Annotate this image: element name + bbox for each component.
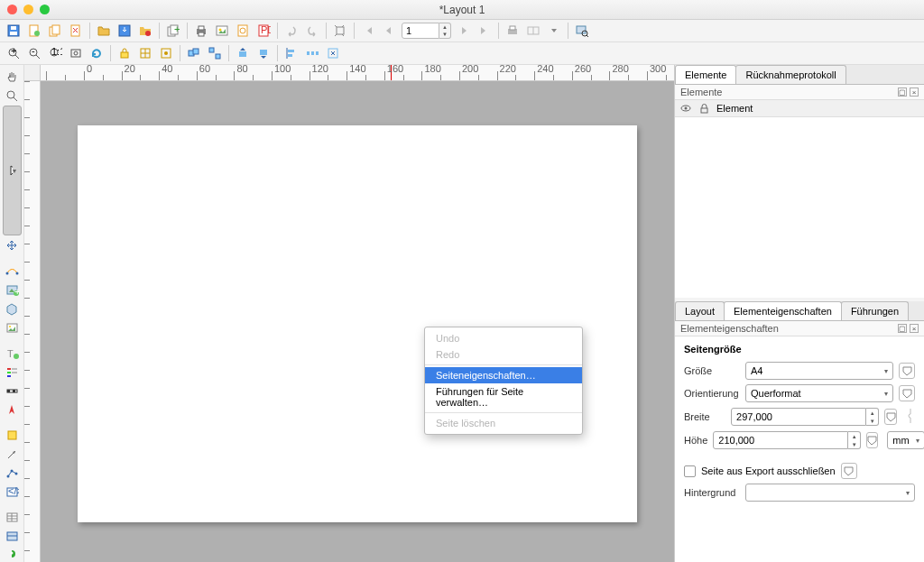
print2-icon[interactable]: [503, 22, 522, 41]
svg-point-11: [145, 31, 151, 36]
svg-rect-24: [337, 27, 344, 34]
svg-point-71: [14, 354, 19, 359]
zoom-out-icon[interactable]: -: [24, 44, 44, 63]
svg-rect-80: [8, 431, 16, 439]
edit-nodes-icon[interactable]: [3, 262, 22, 280]
export-image-icon[interactable]: [212, 22, 232, 41]
magnify-tool-icon[interactable]: [572, 22, 592, 41]
delete-icon[interactable]: [66, 22, 86, 41]
tab-guides[interactable]: Führungen: [841, 301, 909, 320]
add-page-icon[interactable]: +: [163, 22, 183, 41]
duplicate-icon[interactable]: [45, 22, 65, 41]
lock-ratio-icon[interactable]: [906, 407, 915, 427]
add-3d-map-icon[interactable]: [3, 299, 22, 318]
add-image-icon[interactable]: [3, 318, 22, 336]
width-dd-icon[interactable]: [884, 409, 897, 425]
add-table-icon[interactable]: [3, 508, 22, 526]
svg-rect-1: [10, 32, 17, 35]
window-title: *Layout 1: [439, 4, 485, 16]
zoom-fit-icon[interactable]: [66, 44, 86, 63]
size-dd-icon[interactable]: [899, 363, 915, 379]
zoom-in-icon[interactable]: +: [4, 44, 23, 63]
move-content-icon[interactable]: [3, 236, 22, 254]
page-number-spin[interactable]: ▲▼: [402, 23, 451, 39]
canvas[interactable]: [41, 81, 674, 562]
tab-undo-log[interactable]: Rücknahmeprotokoll: [735, 65, 845, 84]
undock-icon[interactable]: ▢: [898, 88, 907, 97]
select-tool-icon[interactable]: [3, 106, 22, 235]
close-window[interactable]: [7, 5, 17, 14]
open-folder-icon[interactable]: [94, 22, 114, 41]
save-as-icon[interactable]: [115, 22, 134, 41]
align-left-icon[interactable]: [282, 44, 301, 63]
exclude-checkbox[interactable]: [684, 465, 696, 477]
svg-text:1:1: 1:1: [51, 46, 62, 57]
menu-manage-guides[interactable]: Führungen für Seite verwalten…: [425, 383, 582, 410]
ungroup-icon[interactable]: [205, 44, 225, 63]
undock-icon[interactable]: ▢: [898, 324, 907, 333]
distribute-icon[interactable]: [302, 44, 322, 63]
close-panel-icon[interactable]: ×: [910, 88, 919, 97]
height-dd-icon[interactable]: [866, 432, 878, 448]
svg-rect-74: [7, 375, 11, 377]
show-grid-icon[interactable]: [135, 44, 155, 63]
close-panel-icon[interactable]: ×: [910, 324, 919, 333]
refresh-icon[interactable]: [87, 44, 106, 63]
maximize-window[interactable]: [40, 5, 50, 14]
width-input[interactable]: ▲▼: [731, 408, 879, 426]
zoom-extent-icon[interactable]: [330, 22, 350, 41]
add-map-icon[interactable]: +: [3, 281, 22, 299]
tab-item-props[interactable]: Elementeigenschaften: [724, 301, 842, 320]
minimize-window[interactable]: [23, 5, 33, 14]
pan-tool-icon[interactable]: [3, 68, 22, 86]
svg-rect-55: [288, 50, 294, 52]
atlas-dropdown-icon[interactable]: [544, 22, 564, 41]
add-node-item-icon[interactable]: [3, 464, 22, 482]
first-page-icon[interactable]: [358, 22, 378, 41]
tab-elements[interactable]: Elemente: [675, 65, 736, 84]
new-layout-icon[interactable]: [24, 22, 44, 41]
elements-tree[interactable]: [675, 117, 924, 298]
last-page-icon[interactable]: [475, 22, 494, 41]
item-props-body: Seitengröße Größe A4 Orientierung Querfo…: [675, 336, 924, 562]
edit-item-icon[interactable]: [156, 44, 176, 63]
add-label-icon[interactable]: T: [3, 344, 22, 362]
add-scalebar-icon[interactable]: [3, 382, 22, 400]
export-pdf-icon[interactable]: PDF: [254, 22, 273, 41]
exclude-dd-icon[interactable]: [841, 463, 857, 479]
print-icon[interactable]: [191, 22, 211, 41]
svg-rect-29: [577, 26, 586, 33]
unit-select[interactable]: mm: [887, 431, 924, 449]
tab-layout[interactable]: Layout: [675, 301, 725, 320]
orient-select[interactable]: Querformat: [745, 384, 893, 402]
svg-rect-79: [13, 390, 15, 392]
undo-icon[interactable]: [282, 22, 301, 41]
zoom-tool-icon[interactable]: [3, 87, 22, 105]
menu-page-properties[interactable]: Seiteneigenschaften…: [425, 367, 582, 383]
bg-select[interactable]: [745, 484, 915, 502]
add-html-icon[interactable]: </>: [3, 483, 22, 501]
group-icon[interactable]: [184, 44, 204, 63]
add-marker-icon[interactable]: [3, 546, 22, 562]
page[interactable]: [78, 125, 637, 522]
export-svg-icon[interactable]: [233, 22, 253, 41]
lower-icon[interactable]: [254, 44, 273, 63]
height-input[interactable]: ▲▼: [713, 431, 861, 449]
zoom-actual-icon[interactable]: 1:1: [45, 44, 65, 63]
lock-layers-icon[interactable]: [115, 44, 134, 63]
add-shape-icon[interactable]: [3, 426, 22, 444]
add-legend-icon[interactable]: [3, 363, 22, 381]
atlas-icon[interactable]: [523, 22, 543, 41]
size-select[interactable]: A4: [745, 362, 893, 380]
save-icon[interactable]: [4, 22, 23, 41]
add-arrow-icon[interactable]: [3, 445, 22, 463]
orient-dd-icon[interactable]: [899, 385, 915, 401]
resize-icon[interactable]: [323, 44, 343, 63]
next-page-icon[interactable]: [454, 22, 474, 41]
prev-page-icon[interactable]: [379, 22, 399, 41]
raise-icon[interactable]: [233, 44, 253, 63]
load-template-icon[interactable]: [135, 22, 155, 41]
redo-icon[interactable]: [302, 22, 322, 41]
add-fixed-table-icon[interactable]: [3, 527, 22, 545]
add-north-arrow-icon[interactable]: [3, 401, 22, 419]
